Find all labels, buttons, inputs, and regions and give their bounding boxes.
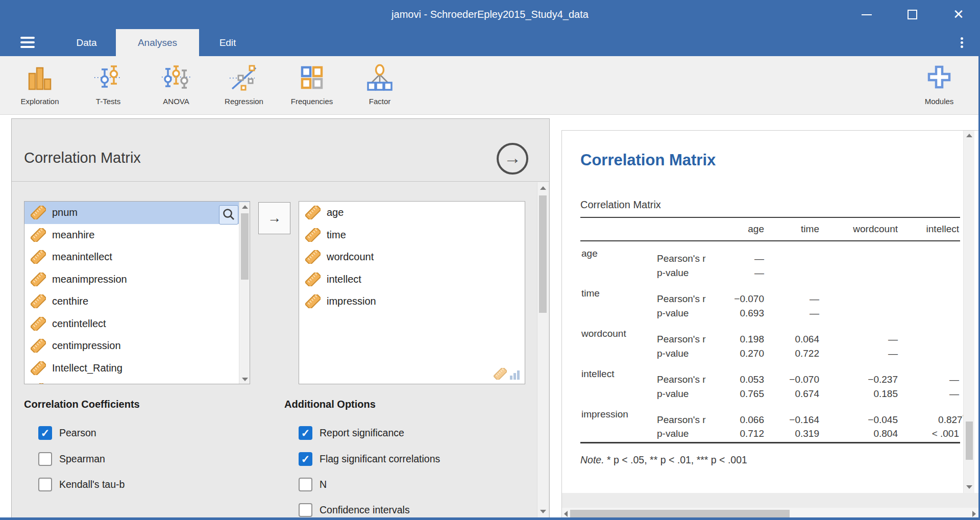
ribbon-exploration[interactable]: Exploration [8,60,71,111]
checkbox-pearson[interactable]: Pearson [38,426,96,440]
checkbox-icon[interactable] [38,478,52,491]
list-item[interactable]: meanintellect [24,246,250,268]
search-icon [219,206,238,224]
scroll-up-icon[interactable] [540,186,546,190]
t-tests-icon [93,63,123,94]
checkbox-n[interactable]: N [299,478,327,491]
ribbon-factor[interactable]: Factor [348,60,411,111]
bar-chart-icon [509,370,520,380]
continuous-variable-icon [305,228,321,242]
list-item[interactable]: age [299,202,525,224]
search-variables-button[interactable] [219,205,238,225]
regression-icon [229,63,259,94]
ribbon-regression[interactable]: Regression [212,60,276,111]
table-row: time Pearson's r −0.070— [580,281,960,305]
checkbox-kendall[interactable]: Kendall's tau-b [38,478,125,491]
title-bar: jamovi - SchroederEpley2015_Study4_data … [0,0,980,29]
checkbox-confidence-intervals[interactable]: Confidence intervals [299,503,410,517]
results-heading: Correlation Matrix [580,151,716,169]
results-bottom-gutter [562,493,978,508]
list-item[interactable]: centimpression [24,335,250,357]
options-scrollbar[interactable] [537,182,548,520]
window-border [0,517,980,520]
list-item[interactable]: meanimpression [24,268,250,291]
scrollbar-thumb[interactable] [539,195,547,313]
checkbox-icon[interactable] [299,426,312,440]
list-item[interactable]: Intellect_Rating [24,357,250,380]
checkbox-spearman[interactable]: Spearman [38,452,105,466]
scroll-down-icon[interactable] [966,485,972,489]
continuous-variable-icon [305,206,321,219]
available-list-scrollbar[interactable] [239,202,250,384]
exploration-icon [25,63,55,94]
anova-icon [161,63,191,94]
ribbon-t-tests[interactable]: T-Tests [77,60,140,111]
checkbox-icon[interactable] [299,503,312,517]
list-item[interactable]: wordcount [299,246,525,268]
factor-icon [365,63,395,94]
jamovi-window: jamovi - SchroederEpley2015_Study4_data … [0,0,980,520]
checkbox-icon[interactable] [299,478,312,491]
available-variables-list[interactable]: pnum meanhire meanintellect meanimpressi… [24,201,250,384]
scroll-up-icon[interactable] [966,134,972,137]
window-title: jamovi - SchroederEpley2015_Study4_data [0,0,980,29]
continuous-variable-icon [31,361,46,375]
table-row: age Pearson's r — [580,241,960,264]
minimize-button[interactable] [851,0,882,29]
table-row: wordcount Pearson's r 0.1980.064 — [580,321,960,345]
continuous-variable-icon [31,250,46,264]
continuous-variable-icon [305,273,321,286]
scroll-down-icon[interactable] [242,378,248,381]
continuous-variable-icon [305,250,321,264]
list-item[interactable]: time [299,224,525,246]
analysis-header: Correlation Matrix → [12,119,549,182]
ribbon-frequencies[interactable]: Frequencies [280,60,344,111]
assign-variable-button[interactable]: → [258,202,290,234]
list-item[interactable]: centintellect [24,313,250,335]
list-item[interactable]: intellect [299,268,525,291]
arrow-right-icon: → [499,144,526,171]
scrollbar-thumb[interactable] [966,422,973,460]
coefficients-heading: Correlation Coefficients [24,399,140,410]
list-item[interactable]: meanhire [24,224,250,246]
scroll-right-icon[interactable] [972,511,976,517]
col-header: intellect [899,217,960,241]
checkbox-icon[interactable] [38,452,52,466]
checkbox-icon[interactable] [299,452,312,466]
analyses-ribbon: Exploration T-Tests [0,56,980,115]
results-panel: Correlation Matrix Correlation Matrix ag… [561,130,978,520]
scrollbar-thumb[interactable] [241,213,249,280]
hamburger-menu-icon[interactable] [20,37,35,48]
table-note: Note. * p < .05, ** p < .01, *** p < .00… [580,454,747,466]
additional-options-heading: Additional Options [284,399,376,410]
collapse-results-button[interactable]: → [497,143,528,175]
scroll-left-icon[interactable] [564,511,568,517]
continuous-variable-icon [31,273,46,286]
list-item-partial[interactable] [24,379,250,384]
list-item[interactable]: impression [299,290,525,313]
ribbon-modules[interactable]: Modules [908,60,971,111]
checkbox-report-significance[interactable]: Report significance [299,426,404,440]
maximize-button[interactable] [897,0,928,29]
continuous-variable-icon [305,294,321,308]
tab-data[interactable]: Data [57,29,116,56]
close-button[interactable]: ✕ [943,0,974,29]
assigned-variables-list[interactable]: age time wordcount intellect impression [299,201,525,384]
table-row: intellect Pearson's r 0.053−0.070 −0.237… [580,362,960,385]
more-options-icon[interactable] [958,37,966,49]
tab-analyses[interactable]: Analyses [116,29,199,56]
scroll-down-icon[interactable] [540,510,546,513]
results-vertical-scrollbar[interactable] [963,131,974,493]
tab-edit[interactable]: Edit [199,29,256,56]
list-item[interactable]: pnum [24,202,250,224]
correlation-matrix-table: age time wordcount intellect age Pearson… [580,217,960,443]
checkbox-icon[interactable] [38,426,52,440]
list-item[interactable]: centhire [24,290,250,313]
scroll-up-icon[interactable] [242,205,248,209]
col-header: wordcount [820,217,899,241]
tab-bar: Data Analyses Edit [0,29,980,56]
checkbox-flag-significant[interactable]: Flag significant correlations [299,452,440,466]
modules-plus-icon [924,63,954,94]
continuous-variable-icon [31,339,46,353]
ribbon-anova[interactable]: ANOVA [144,60,208,111]
